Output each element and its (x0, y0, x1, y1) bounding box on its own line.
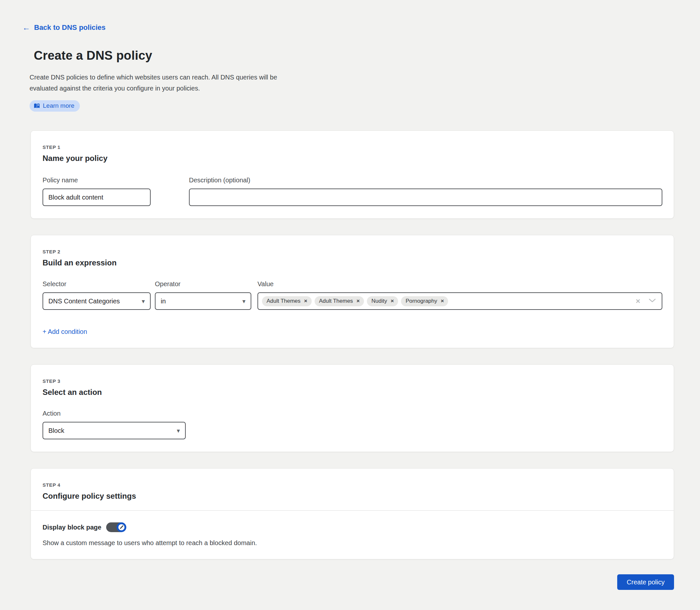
action-label: Action (43, 410, 186, 417)
value-tag: Pornography× (401, 296, 448, 306)
step2-title: Build an expression (43, 258, 662, 267)
create-policy-button[interactable]: Create policy (617, 574, 674, 590)
selector-label: Selector (43, 280, 151, 288)
value-multiselect[interactable]: Adult Themes×Adult Themes×Nudity×Pornogr… (258, 292, 662, 310)
value-tag-label: Adult Themes (319, 298, 353, 304)
value-label: Value (258, 280, 662, 288)
selector-dropdown[interactable]: DNS Content Categories ▾ (43, 292, 151, 310)
step4-title: Configure policy settings (43, 492, 662, 501)
add-condition-link[interactable]: + Add condition (43, 328, 87, 336)
tag-remove-icon[interactable]: × (441, 298, 444, 304)
value-tag: Nudity× (367, 296, 398, 306)
back-arrow-icon: ← (22, 24, 30, 31)
operator-dropdown[interactable]: in ▾ (155, 292, 251, 310)
chevron-down-icon[interactable] (649, 298, 656, 304)
display-block-page-toggle[interactable] (106, 523, 126, 532)
step4-eyebrow: STEP 4 (43, 482, 662, 488)
policy-name-label: Policy name (43, 177, 151, 184)
policy-name-field-group: Policy name (43, 177, 151, 206)
display-block-page-description: Show a custom message to users who attem… (43, 539, 662, 547)
step1-eyebrow: STEP 1 (43, 144, 662, 150)
step3-eyebrow: STEP 3 (43, 378, 662, 384)
back-to-dns-policies-link[interactable]: ← Back to DNS policies (22, 23, 106, 32)
value-tag: Adult Themes× (315, 296, 364, 306)
page-title: Create a DNS policy (34, 49, 674, 63)
action-field-group: Action Block ▾ (43, 410, 186, 439)
step2-eyebrow: STEP 2 (43, 249, 662, 254)
action-dropdown[interactable]: Block ▾ (43, 422, 186, 439)
operator-value: in (161, 298, 166, 305)
step2-card: STEP 2 Build an expression Selector DNS … (31, 235, 674, 348)
policy-name-input[interactable] (43, 189, 151, 206)
value-tag: Adult Themes× (262, 296, 312, 306)
toggle-knob-icon (116, 522, 127, 532)
operator-field-group: Operator in ▾ (155, 280, 251, 310)
tag-remove-icon[interactable]: × (357, 298, 360, 304)
clear-all-icon[interactable]: × (636, 297, 640, 305)
value-tags: Adult Themes×Adult Themes×Nudity×Pornogr… (262, 296, 636, 306)
chevron-down-icon: ▾ (142, 298, 145, 304)
back-link-label: Back to DNS policies (34, 23, 106, 32)
selector-field-group: Selector DNS Content Categories ▾ (43, 280, 151, 310)
value-tag-label: Adult Themes (267, 298, 301, 304)
section-divider (31, 510, 674, 511)
value-field-group: Value Adult Themes×Adult Themes×Nudity×P… (258, 280, 662, 310)
book-icon (34, 103, 40, 109)
value-tag-label: Nudity (371, 298, 387, 304)
chevron-down-icon: ▾ (177, 428, 180, 434)
tag-remove-icon[interactable]: × (391, 298, 394, 304)
step3-title: Select an action (43, 388, 662, 397)
action-value: Block (48, 427, 64, 434)
description-label: Description (optional) (189, 177, 662, 184)
display-block-page-label: Display block page (43, 524, 101, 531)
value-tag-label: Pornography (405, 298, 437, 304)
step1-card: STEP 1 Name your policy Policy name Desc… (31, 130, 674, 219)
selector-value: DNS Content Categories (48, 298, 120, 305)
description-input[interactable] (189, 189, 662, 206)
step1-title: Name your policy (43, 154, 662, 163)
tag-remove-icon[interactable]: × (304, 298, 308, 304)
step4-card: STEP 4 Configure policy settings Display… (31, 468, 674, 559)
chevron-down-icon: ▾ (242, 298, 246, 304)
step3-card: STEP 3 Select an action Action Block ▾ (31, 364, 674, 452)
create-dns-policy-page: ← Back to DNS policies Create a DNS poli… (0, 0, 700, 590)
learn-more-button[interactable]: Learn more (30, 100, 80, 112)
learn-more-label: Learn more (43, 102, 74, 109)
description-field-group: Description (optional) (189, 177, 662, 206)
page-description: Create DNS policies to define which webs… (30, 72, 305, 94)
operator-label: Operator (155, 280, 251, 288)
